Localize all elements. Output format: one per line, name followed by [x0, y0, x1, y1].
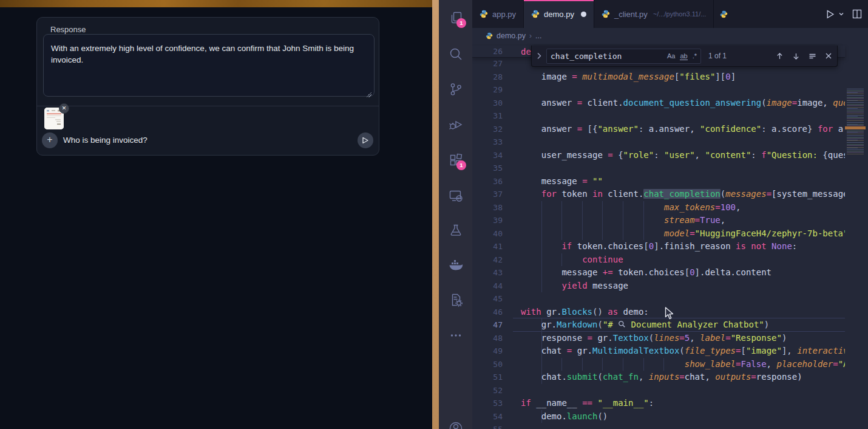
tab-label: demo.py — [544, 10, 574, 19]
unsaved-changes-dot[interactable] — [581, 12, 586, 17]
line-number: 54 — [484, 410, 503, 424]
code-line[interactable]: 54 demo.launch() — [472, 410, 845, 424]
run-dropdown-chevron-icon[interactable] — [838, 11, 844, 17]
tab-client-py[interactable]: _client.py ~/.../python3.11/... — [594, 0, 714, 28]
previous-match-button[interactable] — [776, 52, 784, 60]
find-in-selection-button[interactable] — [809, 52, 816, 60]
account-icon[interactable] — [448, 420, 464, 429]
code-line[interactable]: 35 — [472, 162, 845, 175]
vscode-window: 1 — [439, 0, 868, 429]
code-line[interactable]: 44 yield message — [472, 280, 845, 293]
remote-explorer-icon[interactable] — [448, 188, 464, 204]
code-line[interactable]: 40 model="HuggingFaceH4/zephyr-7b-beta")… — [472, 227, 845, 241]
code-line[interactable]: 48 response = gr.Textbox(lines=5, label=… — [472, 332, 845, 345]
code-line[interactable]: 29 — [472, 83, 845, 97]
find-widget: chat_completion Aa ab .* 1 of 1 — [531, 46, 838, 67]
tab-overflow[interactable] — [714, 0, 728, 28]
code-line[interactable]: 45 — [472, 292, 845, 306]
minimap-code-texture-2 — [847, 89, 858, 156]
line-number: 29 — [484, 83, 503, 97]
activity-bar: 1 — [439, 0, 472, 429]
tab-app-py[interactable]: app.py — [472, 0, 524, 28]
code-line[interactable]: 30 answer = client.document_question_ans… — [472, 97, 845, 110]
code-line[interactable]: 33 — [472, 136, 845, 149]
response-textarea[interactable]: With an extremely high level of confiden… — [43, 34, 375, 97]
task-file-gear-icon[interactable] — [448, 292, 464, 308]
chat-input-text[interactable]: Who is being invoiced? — [63, 136, 147, 145]
docker-icon[interactable] — [448, 258, 464, 273]
line-number: 52 — [484, 384, 503, 397]
close-find-button[interactable] — [825, 52, 832, 60]
line-number: 37 — [484, 188, 503, 201]
line-number: 26 — [484, 46, 503, 58]
tab-label: app.py — [492, 10, 516, 19]
code-editor[interactable]: 2728 image = multimodal_message["files"]… — [472, 44, 868, 429]
code-line[interactable]: 36 message = "" — [472, 175, 845, 188]
send-icon — [362, 137, 369, 144]
search-icon[interactable] — [448, 46, 464, 62]
next-match-button[interactable] — [792, 52, 800, 60]
code-line[interactable]: 41 if token.choices[0].finish_reason is … — [472, 240, 845, 253]
line-number: 27 — [484, 57, 503, 70]
send-button[interactable] — [358, 132, 373, 148]
split-editor-button[interactable] — [852, 9, 862, 19]
python-icon — [480, 10, 488, 18]
code-line[interactable]: 47 gr.Markdown("# Document Analyzer Chat… — [472, 318, 845, 332]
test-beaker-icon[interactable] — [448, 222, 464, 238]
find-input[interactable]: chat_completion Aa ab .* — [546, 49, 701, 64]
line-number: 28 — [484, 70, 503, 84]
code-line[interactable]: 50 show_label=False, placeholder="Ask a … — [472, 358, 845, 371]
code-line[interactable]: 51 chat.submit(chat_fn, inputs=chat, out… — [472, 371, 845, 384]
minimap[interactable] — [845, 44, 868, 429]
whole-word-toggle[interactable]: ab — [680, 52, 687, 60]
breadcrumb-file[interactable]: demo.py — [497, 32, 526, 40]
toggle-replace-chevron-icon[interactable] — [537, 52, 541, 60]
breadcrumb[interactable]: demo.py › ... — [472, 28, 868, 44]
run-debug-icon[interactable] — [448, 117, 464, 132]
editor-actions — [819, 0, 868, 28]
code-line[interactable]: 38 max_tokens=100, — [472, 201, 845, 214]
line-number: 32 — [484, 123, 503, 136]
line-number: 42 — [484, 253, 503, 267]
code-line[interactable]: 39 stream=True, — [472, 214, 845, 227]
line-number: 41 — [484, 240, 503, 253]
gradio-app-window: Response With an extremely high level of… — [0, 0, 432, 429]
tab-bar: app.py demo.py — [472, 0, 868, 28]
tab-description: ~/.../python3.11/... — [653, 10, 707, 18]
code-line[interactable]: 53if __name__ == "__main__": — [472, 397, 845, 410]
find-match-count: 1 of 1 — [708, 52, 727, 60]
more-views-icon[interactable] — [448, 328, 464, 343]
match-case-toggle[interactable]: Aa — [667, 52, 675, 60]
code-line[interactable]: 55 — [472, 423, 845, 429]
line-number: 33 — [484, 136, 503, 149]
python-icon — [486, 32, 493, 39]
code-line[interactable]: 34 user_message = {"role": "user", "cont… — [472, 149, 845, 162]
line-number: 47 — [484, 318, 503, 332]
response-label: Response — [50, 25, 86, 34]
code-line[interactable]: 37 for token in client.chat_completion(m… — [472, 188, 845, 201]
code-line[interactable]: 31 — [472, 109, 845, 123]
code-line[interactable]: 32 answer = [{"answer": a.answer, "confi… — [472, 123, 845, 136]
code-line[interactable]: 43 message += token.choices[0].delta.con… — [472, 266, 845, 280]
line-number: 55 — [484, 423, 503, 429]
find-query[interactable]: chat_completion — [551, 52, 662, 61]
code-line[interactable]: 49 chat = gr.MultimodalTextbox(file_type… — [472, 345, 845, 358]
code-area[interactable]: 2728 image = multimodal_message["files"]… — [472, 44, 845, 429]
regex-toggle[interactable]: .* — [693, 52, 697, 60]
tab-demo-py[interactable]: demo.py — [524, 0, 594, 28]
code-line[interactable]: 42 continue — [472, 253, 845, 267]
code-line[interactable]: 46with gr.Blocks() as demo: — [472, 306, 845, 319]
line-number: 43 — [484, 266, 503, 280]
run-python-file-button[interactable] — [825, 9, 835, 19]
code-line[interactable]: 52 — [472, 384, 845, 397]
desktop-wallpaper-strip — [0, 0, 432, 7]
remove-attachment-button[interactable]: ✕ — [59, 103, 69, 114]
line-number: 36 — [484, 175, 503, 188]
source-control-icon[interactable] — [448, 81, 464, 97]
line-number: 31 — [484, 109, 503, 123]
breadcrumb-more[interactable]: ... — [535, 32, 541, 40]
add-attachment-button[interactable]: + — [42, 132, 58, 148]
line-number: 40 — [484, 227, 503, 241]
python-icon — [720, 10, 728, 18]
code-line[interactable]: 28 image = multimodal_message["files"][0… — [472, 70, 845, 84]
